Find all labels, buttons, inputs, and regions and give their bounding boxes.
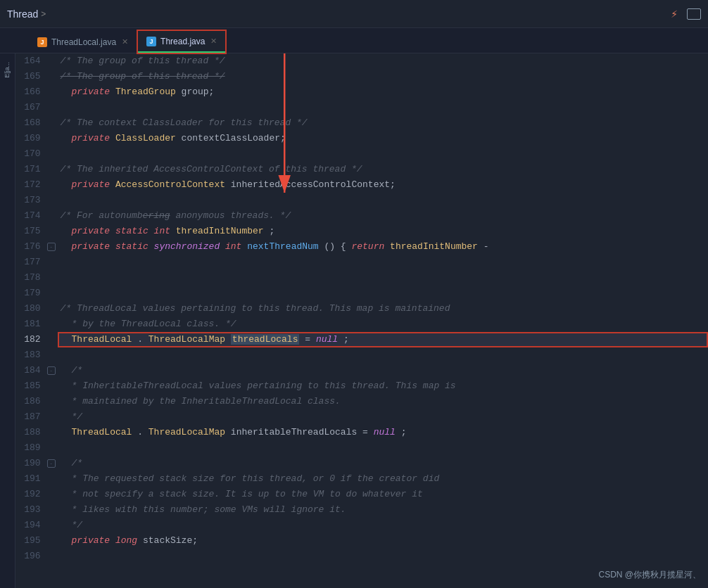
- editor-container: E|ja... 164 165 166 167 168 169 170 171 …: [0, 53, 708, 588]
- code-line-164: /* The group of this thread */: [58, 53, 708, 69]
- ln-193: 193: [15, 502, 45, 518]
- ln-175: 175: [15, 224, 45, 239]
- tab-threadlocal[interactable]: J ThreadLocal.java ✕: [28, 30, 137, 53]
- ln-171: 171: [15, 162, 45, 177]
- ln-187: 187: [15, 409, 45, 425]
- lines-wrapper: 164 165 166 167 168 169 170 171 172 173 …: [15, 53, 708, 588]
- code-line-182: ThreadLocal . ThreadLocalMap threadLocal…: [58, 332, 708, 347]
- fc-184: -: [45, 363, 58, 378]
- code-line-169: private ClassLoader contextClassLoader;: [58, 131, 708, 146]
- code-line-183: [58, 347, 708, 363]
- code-line-181: * by the ThreadLocal class. */: [58, 317, 708, 332]
- fc-194: [45, 518, 58, 533]
- tab-threadlocal-close[interactable]: ✕: [122, 37, 128, 46]
- tab-thread-label: Thread.java: [160, 37, 205, 46]
- tabs-bar: J ThreadLocal.java ✕ J Thread.java ✕: [0, 28, 708, 53]
- left-sidebar: E|ja...: [0, 53, 15, 588]
- ln-184: 184: [15, 363, 45, 378]
- tab-thread-close[interactable]: ✕: [210, 37, 217, 46]
- fold-190[interactable]: -: [47, 459, 56, 468]
- pin-icon[interactable]: ⚡: [667, 7, 681, 21]
- code-line-176: private static synchronized int nextThre…: [58, 239, 708, 255]
- code-line-166: private ThreadGroup group;: [58, 84, 708, 100]
- fc-189: [45, 440, 58, 456]
- ln-165: 165: [15, 69, 45, 84]
- ln-164: 164: [15, 53, 45, 69]
- code-line-168: /* The context ClassLoader for this thre…: [58, 115, 708, 131]
- ln-166: 166: [15, 84, 45, 100]
- ln-183: 183: [15, 347, 45, 363]
- fc-178: [45, 270, 58, 286]
- code-line-189: [58, 440, 708, 456]
- code-line-179: [58, 286, 708, 301]
- code-line-184: /*: [58, 363, 708, 378]
- fc-187: [45, 409, 58, 425]
- fc-193: [45, 502, 58, 518]
- ln-173: 173: [15, 193, 45, 208]
- code-line-175: private static int threadInitNumber ;: [58, 224, 708, 239]
- code-line-196: [58, 549, 708, 564]
- fc-192: [45, 487, 58, 502]
- ln-194: 194: [15, 518, 45, 533]
- ln-188: 188: [15, 425, 45, 440]
- fc-174: [45, 208, 58, 224]
- code-line-167: [58, 100, 708, 115]
- ln-181: 181: [15, 317, 45, 332]
- fc-171: [45, 162, 58, 177]
- ln-195: 195: [15, 533, 45, 549]
- ln-178: 178: [15, 270, 45, 286]
- fc-165: [45, 69, 58, 84]
- ln-176: 176: [15, 239, 45, 255]
- fc-173: [45, 193, 58, 208]
- fold-176[interactable]: -: [47, 243, 56, 251]
- ln-180: 180: [15, 301, 45, 317]
- fc-182: [45, 332, 58, 347]
- ln-185: 185: [15, 378, 45, 394]
- breadcrumb-separator: >: [41, 9, 46, 19]
- thread-tab-icon: J: [146, 37, 156, 46]
- fc-188: [45, 425, 58, 440]
- ln-168: 168: [15, 115, 45, 131]
- fc-183: [45, 347, 58, 363]
- code-line-165: /* The group of this thread */: [58, 69, 708, 84]
- code-line-177: [58, 255, 708, 270]
- fc-196: [45, 549, 58, 564]
- code-area[interactable]: /* The group of this thread */ /* The gr…: [58, 53, 708, 588]
- fc-179: [45, 286, 58, 301]
- watermark: CSDN @你携秋月揽星河、: [598, 569, 701, 581]
- fc-175: [45, 224, 58, 239]
- code-line-187: */: [58, 409, 708, 425]
- fc-190: -: [45, 456, 58, 471]
- window-icon[interactable]: [687, 8, 701, 20]
- code-line-193: * likes with this number; some VMs will …: [58, 502, 708, 518]
- code-line-172: private AccessControlContext inheritedAc…: [58, 177, 708, 193]
- ln-169: 169: [15, 131, 45, 146]
- sidebar-label: E|ja...: [4, 62, 11, 78]
- fc-195: [45, 533, 58, 549]
- ln-177: 177: [15, 255, 45, 270]
- code-line-190: /*: [58, 456, 708, 471]
- fc-168: [45, 115, 58, 131]
- tab-thread[interactable]: J Thread.java ✕: [137, 30, 226, 53]
- ln-174: 174: [15, 208, 45, 224]
- code-line-171: /* The inherited AccessControlContext of…: [58, 162, 708, 177]
- fold-col: - - -: [45, 53, 58, 588]
- top-bar: Thread > ⚡: [0, 0, 708, 28]
- breadcrumb-item: Thread: [7, 8, 38, 20]
- fc-166: [45, 84, 58, 100]
- fc-185: [45, 378, 58, 394]
- ln-189: 189: [15, 440, 45, 456]
- fc-170: [45, 146, 58, 162]
- threadlocal-tab-icon: J: [37, 37, 47, 47]
- code-line-191: * The requested stack size for this thre…: [58, 471, 708, 487]
- breadcrumb: Thread >: [7, 8, 49, 20]
- fc-181: [45, 317, 58, 332]
- code-line-174: /* For autonumbering anonymous threads. …: [58, 208, 708, 224]
- fc-164: [45, 53, 58, 69]
- ln-179: 179: [15, 286, 45, 301]
- fc-167: [45, 100, 58, 115]
- fold-184[interactable]: -: [47, 366, 56, 375]
- code-line-170: [58, 146, 708, 162]
- ln-191: 191: [15, 471, 45, 487]
- fc-172: [45, 177, 58, 193]
